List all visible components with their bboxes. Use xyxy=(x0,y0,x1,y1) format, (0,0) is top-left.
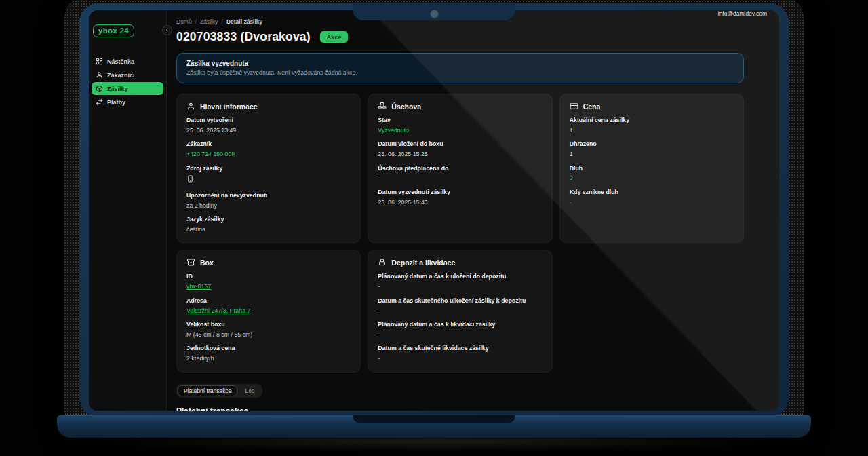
person-icon xyxy=(186,102,195,111)
action-button[interactable]: Akce xyxy=(320,31,349,43)
sidebar-item-label: Zákazníci xyxy=(107,72,135,79)
camera-dot xyxy=(430,10,439,18)
status-value: Vyzvednuto xyxy=(378,127,542,134)
cards-row-2: Box ID ybx-0157 Adresa Veletržní 247/3, … xyxy=(176,250,744,372)
user-email: info@damidev.com xyxy=(718,10,767,17)
field: Upozornění na nevyzvednuti za 2 hodiny xyxy=(186,192,351,210)
field: Datum a čas skutečného ulkožení zásilky … xyxy=(378,297,542,315)
cards-row-1: Hlavní informace Datum vytvoření 25. 06.… xyxy=(176,94,744,243)
detail-tabs: Platební transakce Log xyxy=(176,384,262,398)
card-title: Úschova xyxy=(391,102,421,111)
breadcrumb-home[interactable]: Domů xyxy=(176,18,192,25)
laptop-base-notch xyxy=(353,415,515,423)
app-logo[interactable]: ybox 24 xyxy=(93,24,134,37)
breadcrumb-current: Detail zásilky xyxy=(226,18,262,25)
package-icon xyxy=(96,85,103,92)
sidebar: ybox 24 Nástěnka Zákazníci Zásilky Platb… xyxy=(89,10,167,411)
sidebar-collapse-button[interactable]: ‹ xyxy=(162,25,172,35)
field: Zákazník +420 724 190 009 xyxy=(186,140,351,158)
sidebar-item-packages[interactable]: Zásilky xyxy=(92,82,163,95)
card-custody: Úschova Stav Vyzvednuto Datum vložení do… xyxy=(368,94,552,243)
laptop-mockup: ybox 24 Nástěnka Zákazníci Zásilky Platb… xyxy=(0,0,868,456)
field: Jazyk zásilky čeština xyxy=(186,216,351,233)
sidebar-item-dashboard[interactable]: Nástěnka xyxy=(92,55,163,68)
field: Adresa Veletržní 247/3, Praha 7 xyxy=(186,297,351,315)
field: Datum a čas skutečné likvidace zásilky - xyxy=(378,345,542,362)
field: Jednotková cena 2 kredity/h xyxy=(186,345,351,362)
sidebar-item-label: Zásilky xyxy=(107,86,128,92)
field: Datum vytvoření 25. 06. 2025 13:49 xyxy=(186,117,351,134)
breadcrumb-separator: / xyxy=(195,18,197,25)
debt-value: 0 xyxy=(570,174,734,182)
customer-phone-link[interactable]: +420 724 190 009 xyxy=(186,151,235,157)
sidebar-nav: Nástěnka Zákazníci Zásilky Platby xyxy=(92,55,163,109)
alert-title: Zásilka vyzvednuta xyxy=(186,60,734,67)
transactions-heading: Platební transakce xyxy=(176,406,744,411)
tab-log[interactable]: Log xyxy=(239,385,260,396)
tab-transactions[interactable]: Platební transakce xyxy=(178,385,237,396)
customers-icon xyxy=(96,71,103,79)
page-title: 020703833 (Dvorakova) xyxy=(176,30,311,44)
breadcrumb-separator: / xyxy=(222,18,223,25)
credit-card-icon xyxy=(570,102,578,111)
pickup-alert: Zásilka vyzvednuta Zásilka byla úspěšně … xyxy=(176,53,744,83)
field: Datum vložení do boxu 25. 06. 2025 15:25 xyxy=(378,140,542,158)
field: Uhrazeno 1 xyxy=(570,140,734,158)
card-title: Cena xyxy=(583,102,601,111)
sidebar-item-payments[interactable]: Platby xyxy=(92,96,163,109)
field: Úschova předplacena do - xyxy=(378,165,542,183)
field: Velikost boxu M (45 cm / 8 cm / 55 cm) xyxy=(186,321,351,339)
box-id-link[interactable]: ybx-0157 xyxy=(186,283,211,290)
app-screen: ybox 24 Nástěnka Zákazníci Zásilky Platb… xyxy=(89,10,779,411)
title-row: 020703833 (Dvorakova) Akce xyxy=(176,30,744,44)
field: Aktuální cena zásilky 1 xyxy=(570,117,734,134)
field: Zdroj zásilky xyxy=(186,165,351,186)
field: Datum vyzvednuti zásilky 25. 06. 2025 15… xyxy=(378,189,542,206)
page-content: Domů / Zásilky / Detail zásilky 02070383… xyxy=(167,17,779,411)
alert-description: Zásilka byla úspěšně vyzvednuta. Není vy… xyxy=(186,69,734,76)
field: ID ybx-0157 xyxy=(186,273,351,290)
payments-icon xyxy=(96,98,103,106)
field: Stav Vyzvednuto xyxy=(378,117,542,134)
card-title: Depozit a likvidace xyxy=(391,259,455,267)
smartphone-icon xyxy=(186,174,194,183)
card-price: Cena Aktuální cena zásilky 1 Uhrazeno 1 … xyxy=(559,94,744,243)
dashboard-icon xyxy=(96,58,103,65)
card-deposit: Depozit a likvidace Plánovaný datum a ča… xyxy=(368,250,552,372)
card-title: Box xyxy=(200,259,214,267)
breadcrumb-packages[interactable]: Zásilky xyxy=(200,18,218,25)
box-address-link[interactable]: Veletržní 247/3, Praha 7 xyxy=(186,307,250,314)
sidebar-item-label: Platby xyxy=(107,99,125,106)
field: Plánovaný datum a čas k likvidaci zásilk… xyxy=(378,321,542,339)
laptop-base xyxy=(57,415,811,438)
field: Kdy vznikne dluh - xyxy=(570,189,734,206)
lock-icon xyxy=(378,258,387,267)
field: Plánovaný datum a čas k uložení do depoz… xyxy=(378,273,542,290)
field: Dluh 0 xyxy=(570,165,734,183)
card-main-info: Hlavní informace Datum vytvoření 25. 06.… xyxy=(176,94,361,243)
card-box: Box ID ybx-0157 Adresa Veletržní 247/3, … xyxy=(176,250,361,372)
main-area: info@damidev.com Domů / Zásilky / Detail… xyxy=(167,10,779,411)
archive-box-icon xyxy=(186,258,195,267)
boxes-icon xyxy=(378,102,387,111)
laptop-notch xyxy=(353,3,515,20)
sidebar-item-customers[interactable]: Zákazníci xyxy=(92,69,163,81)
card-title: Hlavní informace xyxy=(200,102,258,111)
sidebar-item-label: Nástěnka xyxy=(107,58,134,65)
